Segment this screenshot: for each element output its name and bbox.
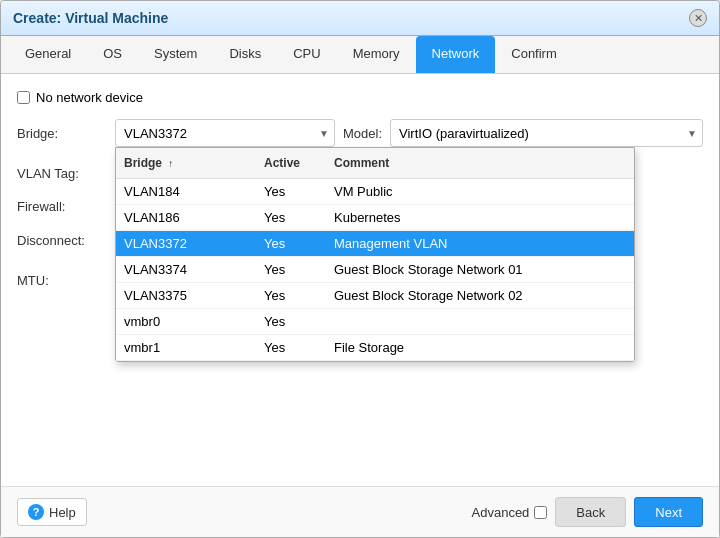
- tab-system[interactable]: System: [138, 36, 213, 73]
- dropdown-row[interactable]: VLAN3375 Yes Guest Block Storage Network…: [116, 283, 634, 309]
- dropdown-row[interactable]: VLAN186 Yes Kubernetes: [116, 205, 634, 231]
- help-label: Help: [49, 505, 76, 520]
- help-icon: ?: [28, 504, 44, 520]
- cell-comment: Guest Block Storage Network 01: [326, 262, 634, 277]
- advanced-label: Advanced: [472, 505, 530, 520]
- cell-active: Yes: [256, 262, 326, 277]
- no-network-label[interactable]: No network device: [36, 90, 143, 105]
- model-select-wrapper: VirtIO (paravirtualized) ▼: [390, 119, 703, 147]
- tab-network[interactable]: Network: [416, 36, 496, 73]
- cell-comment: Management VLAN: [326, 236, 634, 251]
- dialog-footer: ? Help Advanced Back Next: [1, 486, 719, 537]
- cell-comment: Guest Block Storage Network 02: [326, 288, 634, 303]
- tab-memory[interactable]: Memory: [337, 36, 416, 73]
- disconnect-label: Disconnect:: [17, 233, 107, 248]
- cell-bridge: VLAN3372: [116, 236, 256, 251]
- cell-active: Yes: [256, 210, 326, 225]
- bridge-label: Bridge:: [17, 126, 107, 141]
- bridge-dropdown-popup: Bridge ↑ Active Comment VLAN184 Yes VM P…: [115, 147, 635, 362]
- cell-comment: VM Public: [326, 184, 634, 199]
- dropdown-row[interactable]: VLAN3372 Yes Management VLAN: [116, 231, 634, 257]
- advanced-checkbox[interactable]: [534, 506, 547, 519]
- cell-bridge: VLAN3375: [116, 288, 256, 303]
- dropdown-row[interactable]: vmbr1 Yes File Storage: [116, 335, 634, 361]
- cell-bridge: vmbr0: [116, 314, 256, 329]
- cell-active: Yes: [256, 236, 326, 251]
- bridge-select[interactable]: VLAN3372: [115, 119, 335, 147]
- title-bar: Create: Virtual Machine ✕: [1, 1, 719, 36]
- advanced-row: Advanced: [472, 505, 548, 520]
- sort-arrow: ↑: [168, 158, 173, 169]
- col-header-bridge[interactable]: Bridge ↑: [116, 152, 256, 174]
- cell-bridge: vmbr1: [116, 340, 256, 355]
- model-wrapper: Model: VirtIO (paravirtualized) ▼: [343, 119, 703, 147]
- dropdown-header: Bridge ↑ Active Comment: [116, 148, 634, 179]
- cell-active: Yes: [256, 314, 326, 329]
- tab-cpu[interactable]: CPU: [277, 36, 336, 73]
- cell-bridge: VLAN186: [116, 210, 256, 225]
- bridge-select-wrapper: VLAN3372 ▼ Bridge ↑ Active Comment: [115, 119, 335, 147]
- vlan-label: VLAN Tag:: [17, 166, 107, 181]
- tab-general[interactable]: General: [9, 36, 87, 73]
- firewall-label: Firewall:: [17, 199, 107, 214]
- cell-active: Yes: [256, 340, 326, 355]
- back-button[interactable]: Back: [555, 497, 626, 527]
- cell-active: Yes: [256, 184, 326, 199]
- close-button[interactable]: ✕: [689, 9, 707, 27]
- tab-bar: General OS System Disks CPU Memory Netwo…: [1, 36, 719, 74]
- cell-active: Yes: [256, 288, 326, 303]
- col-header-comment: Comment: [326, 152, 634, 174]
- no-network-row: No network device: [17, 90, 703, 105]
- model-label: Model:: [343, 126, 382, 141]
- cell-comment: Kubernetes: [326, 210, 634, 225]
- tab-os[interactable]: OS: [87, 36, 138, 73]
- col-header-active[interactable]: Active: [256, 152, 326, 174]
- tab-confirm[interactable]: Confirm: [495, 36, 573, 73]
- cell-comment: File Storage: [326, 340, 634, 355]
- help-button[interactable]: ? Help: [17, 498, 87, 526]
- next-button[interactable]: Next: [634, 497, 703, 527]
- tab-disks[interactable]: Disks: [213, 36, 277, 73]
- dialog-title: Create: Virtual Machine: [13, 10, 168, 26]
- cell-bridge: VLAN184: [116, 184, 256, 199]
- no-network-checkbox[interactable]: [17, 91, 30, 104]
- dropdown-row[interactable]: VLAN184 Yes VM Public: [116, 179, 634, 205]
- mtu-label: MTU:: [17, 273, 107, 288]
- dropdown-row[interactable]: VLAN3374 Yes Guest Block Storage Network…: [116, 257, 634, 283]
- model-select[interactable]: VirtIO (paravirtualized): [390, 119, 703, 147]
- footer-left: ? Help: [17, 498, 87, 526]
- bridge-row: Bridge: VLAN3372 ▼ Bridge ↑ Active Comme…: [17, 119, 703, 147]
- dropdown-row[interactable]: vmbr0 Yes: [116, 309, 634, 335]
- create-vm-dialog: Create: Virtual Machine ✕ General OS Sys…: [0, 0, 720, 538]
- cell-bridge: VLAN3374: [116, 262, 256, 277]
- main-content: No network device Bridge: VLAN3372 ▼ Bri…: [1, 74, 719, 486]
